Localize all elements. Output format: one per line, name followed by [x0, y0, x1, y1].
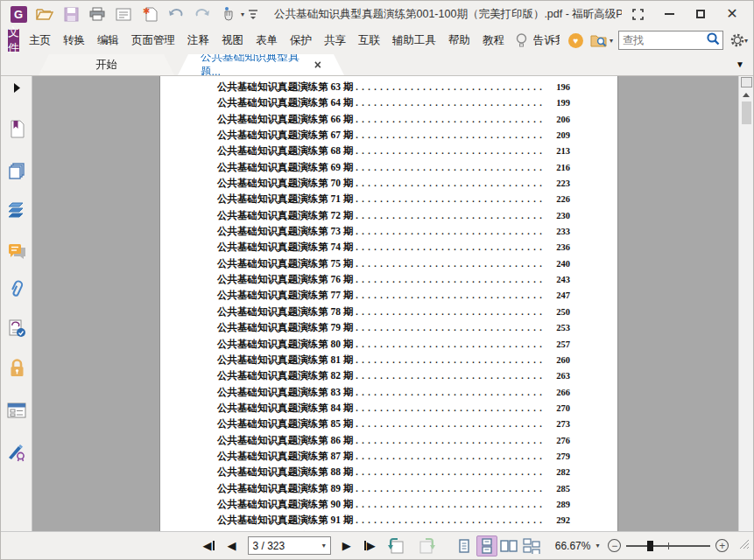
- toc-entry-label: 公共基础知识真题演练第 76 期: [217, 271, 353, 287]
- heart-icon[interactable]: ♥: [568, 33, 583, 48]
- toggle-ui-mode-icon[interactable]: [622, 4, 653, 24]
- find-submit-icon[interactable]: [703, 32, 722, 49]
- new-document-icon[interactable]: ✱: [139, 4, 160, 24]
- menu-right-cluster: 告诉我 ♥ ▾ ▾ ◁ ▶: [511, 30, 754, 51]
- redo-icon[interactable]: [192, 4, 213, 24]
- zoom-slider[interactable]: [626, 540, 710, 552]
- toc-entry-page-number: 260: [547, 353, 570, 368]
- sign-panel-icon[interactable]: [7, 443, 26, 462]
- last-page-button[interactable]: ▶: [363, 540, 376, 551]
- menu-item-3[interactable]: 页面管理: [125, 29, 181, 52]
- toc-dot-leader: . . . . . . . . . . . . . . . . . . . . …: [356, 256, 545, 272]
- menu-file[interactable]: 文件: [8, 29, 19, 52]
- print-icon[interactable]: [87, 4, 108, 24]
- facing-view-button[interactable]: [499, 536, 520, 556]
- zoom-percentage[interactable]: 66.67%: [555, 540, 591, 552]
- scrollbar-thumb[interactable]: [742, 102, 751, 124]
- zoom-in-button[interactable]: +: [715, 539, 729, 552]
- page-field-caret-icon[interactable]: ▾: [322, 542, 326, 550]
- toc-dot-leader: . . . . . . . . . . . . . . . . . . . . …: [356, 385, 545, 401]
- menu-item-6[interactable]: 表单: [250, 29, 284, 52]
- document-canvas[interactable]: 公共基础知识真题演练第 63 期. . . . . . . . . . . . …: [32, 76, 738, 531]
- toc-entry-page-number: 247: [547, 288, 570, 304]
- menu-item-7[interactable]: 保护: [284, 29, 318, 52]
- vertical-scrollbar[interactable]: [738, 76, 753, 531]
- menu-item-4[interactable]: 注释: [181, 29, 215, 52]
- next-page-button[interactable]: ▶: [342, 540, 351, 551]
- expand-panel-icon[interactable]: [7, 78, 26, 97]
- menu-item-10[interactable]: 辅助工具: [386, 29, 442, 52]
- zoom-caret-icon[interactable]: ▾: [595, 542, 599, 550]
- hand-tool-icon[interactable]: [218, 4, 239, 24]
- menu-item-11[interactable]: 帮助: [442, 29, 476, 52]
- toc-dot-leader: . . . . . . . . . . . . . . . . . . . . …: [356, 144, 545, 159]
- toc-dot-leader: . . . . . . . . . . . . . . . . . . . . …: [356, 128, 545, 144]
- lightbulb-icon[interactable]: [511, 31, 532, 50]
- digital-signatures-panel-icon[interactable]: [7, 318, 26, 338]
- menu-item-5[interactable]: 视图: [215, 29, 250, 52]
- menu-item-9[interactable]: 互联: [352, 29, 386, 52]
- toc-dot-leader: . . . . . . . . . . . . . . . . . . . . …: [356, 80, 545, 95]
- fields-panel-icon[interactable]: [7, 401, 26, 420]
- toc-entry-label: 公共基础知识真题演练第 88 期: [217, 464, 353, 480]
- toc-dot-leader: . . . . . . . . . . . . . . . . . . . . …: [356, 95, 545, 111]
- tab-list-caret-icon[interactable]: ▼: [736, 60, 744, 69]
- menu-item-8[interactable]: 共享: [318, 29, 352, 52]
- hand-tool-dropdown-caret[interactable]: ▾: [241, 10, 244, 18]
- toc-row: 公共基础知识真题演练第 63 期. . . . . . . . . . . . …: [217, 79, 570, 94]
- undo-icon[interactable]: [166, 4, 187, 24]
- tab-close-icon[interactable]: ×: [314, 58, 321, 72]
- continuous-facing-view-button[interactable]: [521, 536, 542, 556]
- toc-entry-label: 公共基础知识真题演练第 73 期: [217, 223, 353, 239]
- attachments-panel-icon[interactable]: [7, 279, 26, 298]
- first-page-button[interactable]: ◀: [203, 540, 215, 551]
- tab-start[interactable]: 开始: [39, 54, 174, 75]
- single-page-view-button[interactable]: [455, 536, 476, 556]
- toc-entry-label: 公共基础知识真题演练第 80 期: [217, 336, 353, 352]
- tab-document[interactable]: 公共基础知识典型真题... ×: [178, 54, 344, 75]
- toc-row: 公共基础知识真题演练第 90 期. . . . . . . . . . . . …: [217, 496, 570, 512]
- security-panel-icon[interactable]: [7, 359, 26, 378]
- toc-entry-label: 公共基础知识真题演练第 90 期: [217, 496, 353, 512]
- menu-item-0[interactable]: 主页: [23, 29, 57, 52]
- maximize-button[interactable]: [685, 4, 716, 24]
- zoom-out-button[interactable]: −: [608, 539, 621, 552]
- search-folder-caret[interactable]: ▾: [610, 37, 613, 45]
- previous-view-button[interactable]: [388, 538, 405, 554]
- email-icon[interactable]: [113, 4, 134, 24]
- toc-entry-page-number: 276: [547, 433, 570, 449]
- settings-caret[interactable]: ▾: [744, 37, 748, 45]
- pdf-page[interactable]: 公共基础知识真题演练第 63 期. . . . . . . . . . . . …: [159, 76, 618, 531]
- continuous-view-button[interactable]: [476, 536, 497, 556]
- window-controls: ✕: [622, 4, 753, 24]
- comments-panel-icon[interactable]: [7, 242, 26, 261]
- menu-item-1[interactable]: 转换: [57, 29, 91, 52]
- save-icon[interactable]: [60, 4, 81, 24]
- close-button[interactable]: ✕: [716, 4, 748, 24]
- bookmarks-panel-icon[interactable]: [7, 119, 26, 138]
- search-folder-icon[interactable]: [588, 31, 610, 50]
- resize-grip-icon[interactable]: [739, 539, 750, 552]
- toc-dot-leader: . . . . . . . . . . . . . . . . . . . . …: [356, 481, 545, 497]
- scrollbar-split-box[interactable]: [741, 77, 752, 88]
- toc-row: 公共基础知识真题演练第 64 期. . . . . . . . . . . . …: [217, 94, 570, 110]
- toc-row: 公共基础知识真题演练第 78 期. . . . . . . . . . . . …: [217, 304, 570, 319]
- toc-row: 公共基础知识真题演练第 71 期. . . . . . . . . . . . …: [217, 191, 570, 206]
- next-view-button[interactable]: [418, 538, 435, 554]
- tell-me-label[interactable]: 告诉我: [533, 33, 560, 48]
- page-number-field[interactable]: 3 / 323 ▾: [248, 536, 331, 555]
- menu-item-2[interactable]: 编辑: [91, 29, 125, 52]
- menu-item-12[interactable]: 教程: [476, 29, 511, 52]
- toc-entry-label: 公共基础知识真题演练第 74 期: [217, 239, 353, 255]
- toc-entry-label: 公共基础知识真题演练第 86 期: [217, 432, 353, 448]
- previous-page-button[interactable]: ◀: [228, 540, 236, 551]
- page-thumbnails-panel-icon[interactable]: [7, 161, 26, 180]
- scroll-up-icon[interactable]: [743, 93, 750, 97]
- zoom-slider-thumb[interactable]: [647, 541, 653, 551]
- customize-toolbar-icon[interactable]: [246, 4, 260, 24]
- open-file-icon[interactable]: [34, 4, 55, 24]
- minimize-button[interactable]: [653, 4, 685, 24]
- find-input[interactable]: [619, 34, 703, 46]
- layers-panel-icon[interactable]: [7, 200, 26, 220]
- toc-dot-leader: . . . . . . . . . . . . . . . . . . . . …: [356, 176, 545, 192]
